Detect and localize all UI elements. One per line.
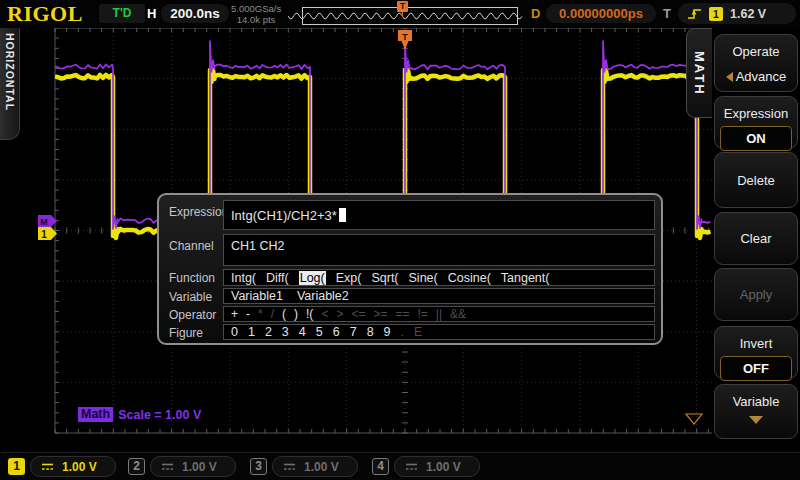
operator-item[interactable]: == — [395, 307, 409, 321]
operator-item[interactable]: != — [417, 307, 427, 321]
tab-math: MATH — [686, 28, 712, 118]
expression-label: Expression — [715, 106, 797, 121]
math-level-marker[interactable]: M — [38, 215, 57, 227]
dc-coupling-icon — [405, 462, 418, 471]
channel-4-badge[interactable]: 4 — [372, 458, 389, 475]
channel-1-badge[interactable]: 1 — [8, 458, 25, 475]
channel-3-scale[interactable]: 1.00 V — [272, 456, 358, 477]
operator-item[interactable]: ( — [282, 307, 286, 321]
expression-text: Intg(CH1)/CH2+3* — [231, 208, 337, 223]
delay-label: D — [531, 6, 540, 21]
channel-2-badge[interactable]: 2 — [128, 458, 145, 475]
operator-row-label: Operator — [169, 308, 216, 322]
operator-item[interactable]: > — [336, 307, 343, 321]
clear-button[interactable]: Clear — [714, 212, 798, 265]
operator-item[interactable]: * — [258, 307, 263, 321]
trigger-label: T — [663, 6, 671, 21]
channel-scale-value: 1.00 V — [426, 460, 461, 474]
trigger-position-marker[interactable]: T — [398, 30, 412, 50]
figure-item[interactable]: 6 — [333, 325, 340, 339]
function-item[interactable]: Diff( — [266, 271, 289, 285]
variable-button[interactable]: Variable — [714, 384, 798, 439]
variable-item[interactable]: Variable1 — [231, 289, 283, 303]
channel-4-scale[interactable]: 1.00 V — [394, 456, 480, 477]
channel-1-scale[interactable]: 1.00 V — [30, 456, 116, 477]
figure-item[interactable]: 9 — [384, 325, 391, 339]
invert-label: Invert — [715, 336, 797, 351]
operator-item[interactable]: / — [271, 307, 274, 321]
figure-item[interactable]: 5 — [316, 325, 323, 339]
function-item[interactable]: Sine( — [409, 271, 438, 285]
timebase-readout[interactable]: 200.0ns — [161, 4, 229, 23]
figure-item[interactable]: E — [414, 325, 422, 339]
function-item[interactable]: Intg( — [231, 271, 256, 285]
figure-row-label: Figure — [169, 326, 203, 340]
channel-items[interactable]: CH1 CH2 — [231, 239, 285, 253]
sample-rate-readout: 5.000GSa/s 14.0k pts — [231, 3, 281, 25]
channel-status-bar: 08:44 11.00 V21.00 V31.00 V41.00 V — [0, 452, 800, 480]
figure-item[interactable]: 4 — [299, 325, 306, 339]
operator-item[interactable]: + — [231, 307, 238, 321]
operator-item[interactable]: <= — [351, 307, 365, 321]
operator-item[interactable]: - — [246, 307, 250, 321]
trigger-position-flag-icon: T — [397, 1, 408, 12]
variable-label: Variable — [715, 394, 797, 409]
figure-item[interactable]: 7 — [350, 325, 357, 339]
operator-item[interactable]: || — [436, 307, 442, 321]
operator-item[interactable]: ) — [294, 307, 298, 321]
channel-scale-value: 1.00 V — [304, 460, 339, 474]
channel-2-scale[interactable]: 1.00 V — [150, 456, 236, 477]
svg-text:T: T — [402, 31, 408, 42]
rising-edge-icon — [687, 6, 702, 21]
channel-scale-value: 1.00 V — [182, 460, 217, 474]
invert-state: OFF — [720, 356, 792, 381]
svg-text:M: M — [40, 217, 48, 227]
expression-input[interactable]: Intg(CH1)/CH2+3* — [223, 200, 655, 230]
operator-item[interactable]: >= — [373, 307, 387, 321]
expression-editor-dialog: Expression Intg(CH1)/CH2+3* Channel CH1 … — [157, 193, 663, 345]
figure-item[interactable]: 0 — [231, 325, 238, 339]
apply-button[interactable]: Apply — [714, 268, 798, 321]
figure-item[interactable]: . — [401, 325, 404, 339]
ch1-level-marker[interactable]: 1 — [38, 227, 57, 240]
operator-item[interactable]: && — [450, 307, 466, 321]
expression-toggle-button[interactable]: Expression ON — [714, 96, 798, 149]
function-item[interactable]: Tangent( — [501, 271, 550, 285]
variable-choices: Variable1Variable2 — [223, 288, 655, 304]
channel-scale-value: 1.00 V — [62, 460, 97, 474]
dc-coupling-icon — [283, 462, 296, 471]
display-window-box — [302, 7, 518, 25]
delay-readout[interactable]: 0.00000000ps — [546, 4, 656, 23]
operate-button[interactable]: Operate Advance — [714, 34, 798, 92]
function-item[interactable]: Exp( — [336, 271, 362, 285]
tab-horizontal: HORIZONTAL — [0, 28, 20, 140]
delete-button[interactable]: Delete — [714, 152, 798, 208]
function-choices: Intg(Diff(Log(Exp(Sqrt(Sine(Cosine(Tange… — [223, 269, 655, 286]
figure-item[interactable]: 8 — [367, 325, 374, 339]
operator-choices: +-*/()!(<><=>===!=||&& — [223, 306, 655, 322]
operator-item[interactable]: < — [321, 307, 328, 321]
top-status-bar: RIGOL T'D H 200.0ns 5.000GSa/s 14.0k pts… — [0, 0, 800, 28]
horizontal-label: H — [147, 6, 156, 21]
variable-row-label: Variable — [169, 290, 212, 304]
text-cursor — [339, 208, 346, 222]
channel-choices[interactable]: CH1 CH2 — [223, 234, 655, 266]
figure-item[interactable]: 3 — [282, 325, 289, 339]
figure-item[interactable]: 2 — [265, 325, 272, 339]
function-item[interactable]: Cosine( — [448, 271, 491, 285]
trigger-level-value: 1.62 V — [730, 7, 766, 21]
left-arrow-icon — [726, 72, 733, 82]
math-scale-readout: Math Scale = 1.00 V — [78, 407, 201, 422]
math-scale-value: Scale = 1.00 V — [118, 408, 201, 422]
menu-page-indicator[interactable] — [686, 414, 702, 424]
operator-item[interactable]: !( — [306, 307, 313, 321]
function-item[interactable]: Log( — [299, 271, 326, 285]
memory-waveform-strip: T — [288, 5, 523, 25]
channel-3-badge[interactable]: 3 — [250, 458, 267, 475]
expression-state: ON — [720, 126, 792, 151]
invert-toggle-button[interactable]: Invert OFF — [714, 326, 798, 379]
function-item[interactable]: Sqrt( — [371, 271, 398, 285]
trigger-readout[interactable]: 1 1.62 V — [678, 3, 796, 24]
variable-item[interactable]: Variable2 — [297, 289, 349, 303]
figure-item[interactable]: 1 — [248, 325, 255, 339]
